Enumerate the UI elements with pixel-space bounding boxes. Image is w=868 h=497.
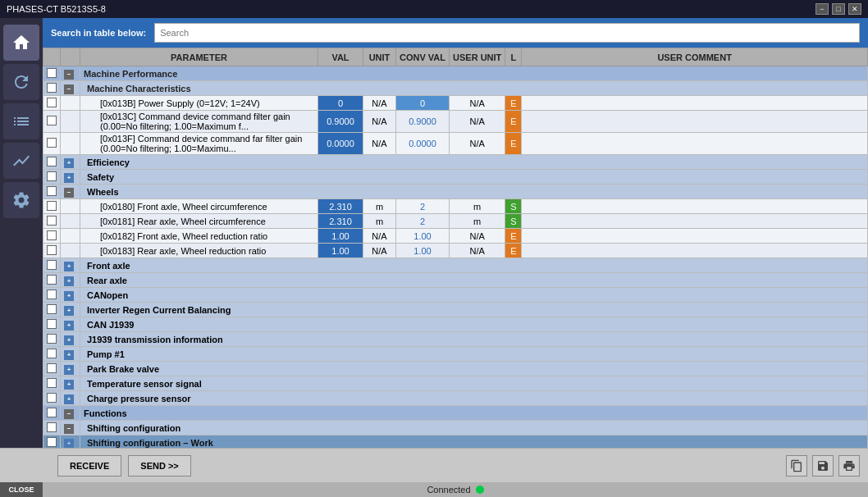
row-checkbox[interactable] bbox=[47, 334, 57, 344]
expand-icon[interactable]: + bbox=[64, 276, 74, 286]
print-icon[interactable] bbox=[838, 455, 860, 476]
table-row: − Machine Characteristics bbox=[43, 81, 868, 96]
row-val[interactable]: 0.9000 bbox=[318, 111, 363, 133]
row-checkbox-cell bbox=[43, 185, 61, 199]
status-text: Connected bbox=[427, 485, 470, 495]
row-checkbox[interactable] bbox=[47, 422, 57, 432]
row-param: Rear axle bbox=[80, 273, 868, 288]
row-checkbox-cell bbox=[43, 391, 61, 406]
row-checkbox[interactable] bbox=[47, 437, 57, 447]
expand-icon[interactable]: + bbox=[64, 173, 74, 183]
row-conv: 2 bbox=[396, 199, 450, 214]
row-expand-cell: + bbox=[61, 273, 80, 288]
titlebar: PHASES-CT B5213S5-8 − □ ✕ bbox=[0, 0, 868, 18]
save-icon[interactable] bbox=[812, 455, 834, 476]
sidebar-item-home[interactable] bbox=[3, 25, 39, 61]
row-checkbox[interactable] bbox=[47, 186, 57, 196]
row-checkbox[interactable] bbox=[47, 378, 57, 388]
sidebar-item-refresh[interactable] bbox=[3, 64, 39, 100]
receive-button[interactable]: RECEIVE bbox=[57, 455, 121, 476]
row-val[interactable]: 0.0000 bbox=[318, 133, 363, 155]
row-comment bbox=[522, 96, 868, 111]
row-checkbox[interactable] bbox=[47, 304, 57, 314]
row-checkbox[interactable] bbox=[47, 245, 57, 255]
row-checkbox[interactable] bbox=[47, 230, 57, 240]
expand-icon[interactable]: − bbox=[64, 84, 74, 94]
row-checkbox[interactable] bbox=[47, 68, 57, 78]
expand-icon[interactable]: − bbox=[64, 188, 74, 198]
row-checkbox-cell bbox=[43, 66, 61, 81]
row-param: Functions bbox=[80, 406, 868, 421]
row-checkbox[interactable] bbox=[47, 201, 57, 211]
row-checkbox[interactable] bbox=[47, 319, 57, 329]
sidebar-item-chart[interactable] bbox=[3, 103, 39, 139]
expand-icon[interactable]: + bbox=[64, 439, 74, 449]
window-controls: − □ ✕ bbox=[815, 3, 861, 15]
expand-icon[interactable]: + bbox=[64, 350, 74, 360]
expand-icon[interactable]: + bbox=[64, 321, 74, 331]
expand-icon[interactable]: + bbox=[64, 380, 74, 390]
minimize-button[interactable]: − bbox=[815, 3, 829, 15]
row-val[interactable]: 1.00 bbox=[318, 244, 363, 258]
row-checkbox[interactable] bbox=[47, 83, 57, 93]
expand-icon[interactable]: − bbox=[64, 409, 74, 419]
row-checkbox[interactable] bbox=[47, 349, 57, 358]
row-checkbox[interactable] bbox=[47, 408, 57, 417]
search-bar: Search in table below: bbox=[43, 18, 868, 48]
row-expand-cell bbox=[61, 214, 80, 229]
row-conv: 1.00 bbox=[396, 229, 450, 244]
expand-icon[interactable]: + bbox=[64, 291, 74, 301]
expand-icon[interactable]: + bbox=[64, 394, 74, 404]
row-checkbox[interactable] bbox=[47, 116, 57, 125]
row-expand-cell: + bbox=[61, 170, 80, 185]
expand-icon[interactable]: + bbox=[64, 335, 74, 345]
row-expand-cell: + bbox=[61, 376, 80, 391]
expand-icon[interactable]: + bbox=[64, 262, 74, 271]
row-expand-cell: + bbox=[61, 391, 80, 406]
row-param: Shifting configuration bbox=[80, 421, 868, 435]
close-button[interactable]: CLOSE bbox=[0, 482, 43, 497]
row-val[interactable]: 2.310 bbox=[318, 214, 363, 229]
expand-icon[interactable]: + bbox=[64, 158, 74, 168]
row-checkbox[interactable] bbox=[47, 138, 57, 148]
row-checkbox[interactable] bbox=[47, 171, 57, 181]
header-val: VAL bbox=[318, 48, 363, 66]
row-checkbox-cell bbox=[43, 303, 61, 317]
table-row: + Temperature sensor signal bbox=[43, 376, 868, 391]
table-header-row: PARAMETER VAL UNIT CONV VAL USER UNIT L … bbox=[43, 48, 868, 66]
row-unit: m bbox=[363, 199, 396, 214]
expand-icon[interactable]: + bbox=[64, 365, 74, 375]
row-checkbox[interactable] bbox=[47, 216, 57, 226]
row-checkbox[interactable] bbox=[47, 290, 57, 299]
row-uunit: m bbox=[450, 199, 505, 214]
row-checkbox[interactable] bbox=[47, 260, 57, 270]
copy-icon[interactable] bbox=[786, 455, 807, 476]
row-unit: N/A bbox=[363, 244, 396, 258]
row-val[interactable]: 0 bbox=[318, 96, 363, 111]
row-param: [0x0183] Rear axle, Wheel reduction rati… bbox=[80, 244, 318, 258]
header-parameter: PARAMETER bbox=[80, 48, 318, 66]
row-val[interactable]: 2.310 bbox=[318, 199, 363, 214]
expand-icon[interactable]: − bbox=[64, 70, 74, 80]
send-button[interactable]: SEND >> bbox=[128, 455, 190, 476]
table-row: [0x013F] Command device command far filt… bbox=[43, 133, 868, 155]
maximize-button[interactable]: □ bbox=[832, 3, 845, 15]
search-input[interactable] bbox=[154, 23, 860, 43]
row-checkbox[interactable] bbox=[47, 393, 57, 403]
row-param: Safety bbox=[80, 170, 868, 185]
row-comment bbox=[522, 244, 868, 258]
close-window-button[interactable]: ✕ bbox=[848, 3, 861, 15]
row-checkbox[interactable] bbox=[47, 363, 57, 373]
row-checkbox[interactable] bbox=[47, 275, 57, 285]
sidebar-item-graph[interactable] bbox=[3, 143, 39, 179]
row-expand-cell: + bbox=[61, 317, 80, 332]
row-comment bbox=[522, 133, 868, 155]
row-checkbox[interactable] bbox=[47, 98, 57, 107]
sidebar-item-settings[interactable] bbox=[3, 182, 39, 218]
row-comment bbox=[522, 214, 868, 229]
expand-icon[interactable]: + bbox=[64, 306, 74, 316]
row-checkbox-cell bbox=[43, 96, 61, 111]
row-checkbox[interactable] bbox=[47, 157, 57, 166]
row-val[interactable]: 1.00 bbox=[318, 229, 363, 244]
expand-icon[interactable]: − bbox=[64, 424, 74, 434]
